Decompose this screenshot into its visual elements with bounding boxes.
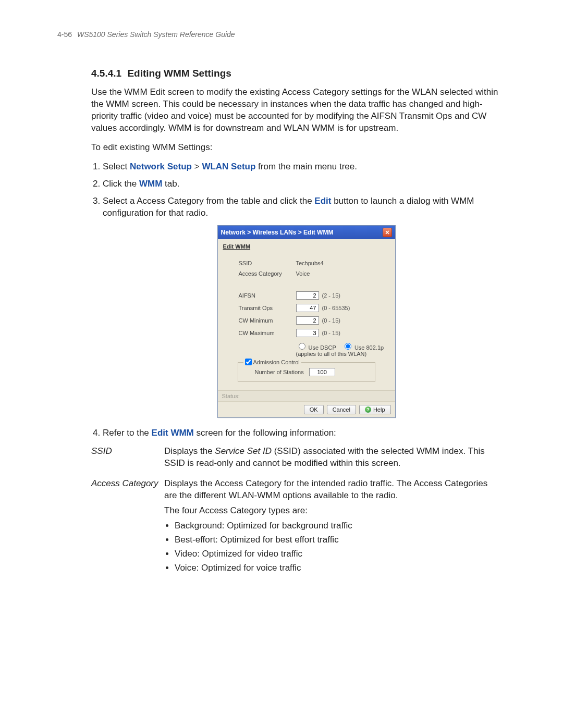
kw-network-setup: Network Setup <box>130 162 192 171</box>
cancel-button[interactable]: Cancel <box>327 405 356 414</box>
value-access-category: Voice <box>296 270 310 277</box>
help-icon: ? <box>365 406 371 413</box>
radio-note: (applies to all of this WLAN) <box>223 351 390 357</box>
edit-wmm-dialog: Network > Wireless LANs > Edit WMM Edit … <box>217 225 396 418</box>
input-cw-min[interactable] <box>296 316 319 325</box>
section-title: Editing WMM Settings <box>127 68 231 79</box>
step-1: Select Network Setup > WLAN Setup from t… <box>103 161 521 173</box>
row-dscp-8021p: Use DSCP Use 802.1p <box>223 341 390 351</box>
def-term-ac: Access Category <box>91 478 164 576</box>
value-ssid: Techpubs4 <box>296 260 324 266</box>
input-num-stations[interactable] <box>309 368 335 376</box>
page-number: 4-56 <box>57 30 72 39</box>
admission-control-fieldset: Admission Control Number of Stations <box>238 362 375 382</box>
label-cw-max: CW Maximum <box>239 330 296 336</box>
help-button[interactable]: ? Help <box>359 405 391 414</box>
radio-use-dscp[interactable] <box>299 343 305 350</box>
label-num-stations: Number of Stations <box>255 369 304 375</box>
def-desc-ssid: Displays the Service Set ID (SSID) assoc… <box>164 446 498 470</box>
close-icon <box>385 230 390 235</box>
def-desc-ac: Displays the Access Category for the int… <box>164 478 498 576</box>
ok-button[interactable]: OK <box>304 405 324 414</box>
ac-types-list: Background: Optimized for background tra… <box>164 520 498 574</box>
dialog-titlebar: Network > Wireless LANs > Edit WMM <box>218 226 395 239</box>
row-transmit-ops: Transmit Ops (0 - 65535) <box>223 304 390 312</box>
hint-cw-max: (0 - 15) <box>322 330 340 336</box>
step-3: Select a Access Category from the table … <box>103 195 521 219</box>
checkbox-admission-control[interactable] <box>245 359 252 365</box>
hint-aifsn: (2 - 15) <box>322 292 340 299</box>
row-aifsn: AIFSN (2 - 15) <box>223 291 390 300</box>
ac-voice: Voice: Optimized for voice traffic <box>175 562 498 574</box>
dialog-section-label: Edit WMM <box>223 243 390 250</box>
row-cw-max: CW Maximum (0 - 15) <box>223 329 390 337</box>
radio-use-dscp-label[interactable]: Use DSCP <box>296 344 336 351</box>
hint-transmit-ops: (0 - 65535) <box>322 305 350 311</box>
row-access-category: Access Category Voice <box>223 270 390 277</box>
status-bar: Status: <box>218 390 395 401</box>
input-transmit-ops[interactable] <box>296 304 319 312</box>
label-admission-control: Admission Control <box>253 359 300 365</box>
radio-use-8021p-label[interactable]: Use 802.1p <box>342 344 384 351</box>
input-aifsn[interactable] <box>296 291 319 300</box>
doc-title: WS5100 Series Switch System Reference Gu… <box>77 30 235 39</box>
hint-cw-min: (0 - 15) <box>322 317 340 324</box>
steps-list: Select Network Setup > WLAN Setup from t… <box>91 161 521 219</box>
label-cw-min: CW Minimum <box>239 317 296 324</box>
step-4: Refer to the Edit WMM screen for the fol… <box>103 427 521 439</box>
page: 4-56 WS5100 Series Switch System Referen… <box>0 0 563 728</box>
ac-background: Background: Optimized for background tra… <box>175 520 498 532</box>
definition-table: SSID Displays the Service Set ID (SSID) … <box>91 446 521 576</box>
section-body: 4.5.4.1 Editing WMM Settings Use the WMM… <box>91 68 521 576</box>
dialog-button-row: OK Cancel ? Help <box>218 401 395 417</box>
input-cw-max[interactable] <box>296 329 319 337</box>
label-ssid: SSID <box>239 260 296 266</box>
def-row-access-category: Access Category Displays the Access Cate… <box>91 478 521 576</box>
def-row-ssid: SSID Displays the Service Set ID (SSID) … <box>91 446 521 470</box>
label-access-category: Access Category <box>239 270 296 277</box>
kw-wlan-setup: WLAN Setup <box>202 162 255 171</box>
close-button[interactable] <box>383 228 392 237</box>
page-header: 4-56 WS5100 Series Switch System Referen… <box>57 30 521 39</box>
row-ssid: SSID Techpubs4 <box>223 260 390 266</box>
radio-use-8021p[interactable] <box>345 343 351 350</box>
label-transmit-ops: Transmit Ops <box>239 305 296 311</box>
status-label: Status: <box>222 393 240 399</box>
row-num-stations: Number of Stations <box>244 368 369 376</box>
steps-list-cont: Refer to the Edit WMM screen for the fol… <box>91 427 521 439</box>
intro-paragraph: Use the WMM Edit screen to modify the ex… <box>91 87 508 134</box>
label-aifsn: AIFSN <box>239 292 296 299</box>
kw-edit-wmm: Edit WMM <box>152 428 194 438</box>
step-2: Click the WMM tab. <box>103 178 521 190</box>
dialog-breadcrumb: Network > Wireless LANs > Edit WMM <box>221 229 383 236</box>
kw-wmm: WMM <box>139 179 162 189</box>
section-number: 4.5.4.1 <box>91 68 121 79</box>
row-cw-min: CW Minimum (0 - 15) <box>223 316 390 325</box>
ac-best-effort: Best-effort: Optimized for best effort t… <box>175 534 498 546</box>
section-heading: 4.5.4.1 Editing WMM Settings <box>91 68 521 79</box>
ac-video: Video: Optimized for video traffic <box>175 548 498 560</box>
def-term-ssid: SSID <box>91 446 164 470</box>
lead-paragraph: To edit existing WMM Settings: <box>91 142 508 154</box>
admission-control-legend[interactable]: Admission Control <box>243 359 301 365</box>
dialog-body: Edit WMM SSID Techpubs4 Access Category … <box>218 239 395 390</box>
kw-edit: Edit <box>314 196 331 206</box>
